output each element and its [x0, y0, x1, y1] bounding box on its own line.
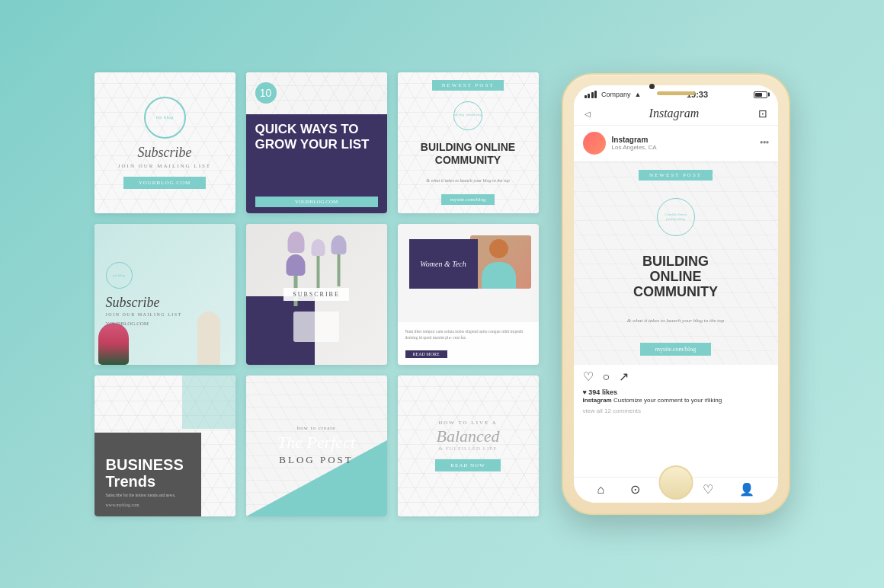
card-6-person-head: [489, 239, 508, 258]
card-1-subscribe: Subscribe: [138, 145, 192, 161]
card-7-subtitle: Subscribe for the hottest trends and new…: [106, 493, 224, 499]
phone-speaker: [657, 91, 695, 95]
card-flowers-subscribe: SUBSCRIBE: [246, 224, 387, 365]
post-image-content: NEWEST POST Camille Jonesfashion blog BU…: [574, 161, 778, 365]
user-info: Instagram Los Angeles, CA: [583, 132, 657, 155]
card-4-logo: my blog: [106, 262, 133, 289]
card-2-bottom: QUICK WAYS TO GROW YOUR LIST YOURBLOG.CO…: [246, 114, 387, 213]
cards-grid: my blog Subscribe JOIN OUR MAILING LIST …: [94, 72, 539, 516]
caption-content: Customize your comment to your #liking: [613, 397, 722, 404]
view-comments[interactable]: view all 12 comments: [574, 407, 778, 419]
card-4-content: my blog Subscribe JOIN OUR MAILING LIST …: [94, 224, 235, 365]
card-2-title: QUICK WAYS TO GROW YOUR LIST: [255, 122, 378, 153]
signal-bars: [585, 91, 597, 98]
card-9-balanced: Balanced: [436, 427, 499, 446]
card-6-photo: [470, 235, 531, 289]
home-nav-icon[interactable]: ⌂: [597, 483, 604, 497]
card-4-mailing: JOIN OUR MAILING LIST: [106, 312, 182, 317]
card-1-mailing: JOIN OUR MAILING LIST: [118, 163, 211, 169]
battery-icon: [754, 91, 767, 98]
phone-screen: Company ▲ 19:33 ◁ Instagram ⊡: [574, 85, 778, 503]
heart-filled: ♥: [583, 388, 587, 396]
carrier-name: Company: [601, 91, 631, 98]
card-6-women-text: Women & Tech: [420, 259, 466, 269]
app-header: ◁ Instagram ⊡: [574, 102, 778, 126]
card-8-content: how to create The Perfect BLOG POST: [246, 375, 387, 516]
caption-text: Instagram Customize your comment to your…: [574, 396, 778, 407]
signal-group: Company ▲: [585, 91, 642, 98]
card-business-trends: BUSINESS Trends Subscribe for the hottes…: [94, 375, 235, 516]
card-9-read-now[interactable]: READ NOW: [435, 459, 501, 471]
back-arrow: ◁: [585, 110, 591, 118]
card-3-content: NEWEST POST my blog · fashion blog BUILD…: [398, 72, 539, 213]
instagram-logo: Instagram: [649, 107, 700, 120]
card-6-bottom: Nam liber tempor cum soluta nobis eligen…: [398, 322, 539, 365]
card-5-subscribe: SUBSCRIBE: [283, 288, 349, 301]
card-subscribe-1: my blog Subscribe JOIN OUR MAILING LIST …: [94, 72, 235, 213]
card-subscribe-2: my blog Subscribe JOIN OUR MAILING LIST …: [94, 224, 235, 365]
card-9-how-live: HOW TO LIVE A: [438, 420, 498, 426]
card-5-content: SUBSCRIBE: [246, 224, 387, 365]
comment-icon[interactable]: ○: [603, 370, 610, 384]
phone-home-button[interactable]: [658, 465, 693, 500]
card-1-content: my blog Subscribe JOIN OUR MAILING LIST …: [94, 72, 235, 213]
search-nav-icon[interactable]: ⊙: [630, 482, 640, 497]
card-3-subtitle: & what it takes to launch your blog to t…: [426, 177, 509, 184]
card-2-number: 10: [255, 82, 277, 104]
card-7-url: www.myblog.com: [106, 503, 224, 507]
card-9-fulfilled: & FULFILLED LIFE: [438, 446, 497, 452]
more-dots[interactable]: •••: [760, 137, 769, 149]
post-area[interactable]: Instagram Los Angeles, CA ••• NEWEST POS…: [574, 126, 778, 477]
card-3-badge: NEWEST POST: [432, 80, 503, 91]
pi-url-bar: mysite.com/blog: [640, 343, 712, 356]
header-icons: ⊡: [758, 107, 767, 120]
share-icon[interactable]: ↗: [619, 369, 629, 384]
card-3-title: BUILDING ONLINE COMMUNITY: [407, 141, 530, 167]
phone-camera: [649, 84, 655, 89]
card-women-tech: Women & Tech Nam liber tempor cum soluta…: [398, 224, 539, 365]
user-details: Instagram Los Angeles, CA: [612, 136, 657, 151]
card-8-blog-post: BLOG POST: [279, 454, 353, 466]
card-7-content: BUSINESS Trends Subscribe for the hottes…: [94, 375, 235, 516]
main-container: my blog Subscribe JOIN OUR MAILING LIST …: [64, 57, 821, 532]
card-8-how: how to create: [297, 425, 336, 431]
user-avatar: [583, 132, 606, 155]
pi-building-title: BUILDINGONLINECOMMUNITY: [633, 254, 718, 299]
user-name: Instagram: [612, 136, 657, 144]
card-2-wrapper: 10 QUICK WAYS TO GROW YOUR LIST YOURBLOG…: [246, 72, 387, 213]
card-quick-ways: 10 QUICK WAYS TO GROW YOUR LIST YOURBLOG…: [246, 72, 387, 213]
card-4-subscribe: Subscribe: [106, 295, 160, 311]
card-building-community: NEWEST POST my blog · fashion blog BUILD…: [398, 72, 539, 213]
card-6-lorem: Nam liber tempor cum soluta nobis eligen…: [405, 328, 531, 341]
card-1-logo: my blog: [144, 97, 186, 139]
card-6-person-body: [482, 262, 516, 289]
card-3-logo: my blog · fashion blog: [453, 101, 482, 130]
status-right: [754, 91, 767, 98]
battery-fill: [755, 93, 763, 97]
card-6-purple-box: Women & Tech: [409, 239, 478, 289]
user-row: Instagram Los Angeles, CA •••: [574, 126, 778, 161]
camera-icon[interactable]: ⊡: [758, 107, 767, 120]
caption-username: Instagram: [583, 397, 612, 404]
card-4-url: YOURBLOG.COM: [106, 321, 149, 327]
card-perfect-blog-post: how to create The Perfect BLOG POST #per…: [246, 375, 387, 516]
card-7-title: BUSINESS Trends: [106, 456, 224, 490]
card-2-top: 10: [246, 72, 387, 114]
card-2-url: YOURBLOG.COM: [255, 197, 378, 207]
wifi-icon: ▲: [635, 91, 642, 98]
card-6-read-more: READ MORE: [405, 350, 447, 358]
pi-circle: Camille Jonesfashion blog: [657, 198, 695, 236]
card-1-url: YOURBLOG.COM: [123, 177, 207, 189]
like-icon[interactable]: ♡: [583, 369, 594, 384]
card-3-url: mysite.com/blog: [441, 194, 495, 205]
card-8-perfect: The Perfect: [277, 433, 355, 452]
post-image: NEWEST POST Camille Jonesfashion blog BU…: [574, 161, 778, 365]
post-actions: ♡ ○ ↗: [574, 365, 778, 388]
profile-nav-icon[interactable]: 👤: [739, 482, 754, 497]
heart-nav-icon[interactable]: ♡: [703, 482, 713, 497]
card-balanced-life: HOW TO LIVE A Balanced & FULFILLED LIFE …: [398, 375, 539, 516]
phone-mockup: Company ▲ 19:33 ◁ Instagram ⊡: [562, 73, 790, 515]
likes-text: ♥ 394 likes: [574, 388, 778, 396]
pi-subtitle: & what it takes to launch your blog to t…: [627, 318, 725, 325]
pi-newest-badge: NEWEST POST: [639, 170, 713, 181]
